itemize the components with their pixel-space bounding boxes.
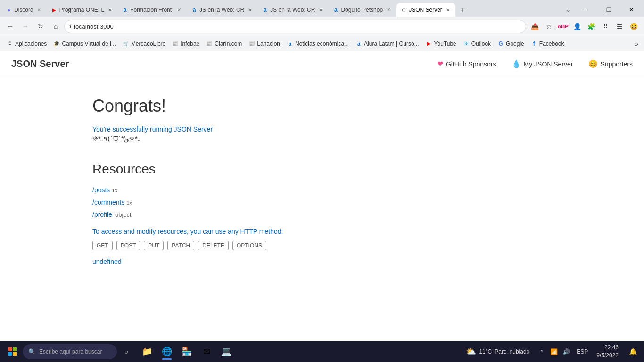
extensions-icon[interactable]: 🧩 [585, 20, 598, 33]
taskbar-microsoft-store[interactable]: 🏪 [177, 342, 196, 361]
alura-favicon-tab4: a [332, 7, 339, 13]
menu-icon[interactable]: ⠿ [599, 20, 612, 33]
tab-discord-label: Discord [14, 7, 33, 13]
tab-js-web-2-close[interactable]: ✕ [317, 6, 324, 14]
bookmark-noticias[interactable]: a Noticias económica... [284, 39, 352, 49]
posts-link[interactable]: /posts [92, 186, 110, 194]
taskbar-file-explorer[interactable]: 📁 [138, 342, 157, 361]
mercadolibre-favicon: 🛒 [123, 41, 129, 47]
noticias-favicon: a [287, 41, 293, 47]
navigation-bar: ← → ↻ ⌂ ℹ localhost:3000 📤 ☆ ABP 👤 🧩 ⠿ ☰… [0, 17, 644, 36]
settings-icon[interactable]: ☰ [613, 20, 626, 33]
cortana-button[interactable]: ○ [119, 344, 134, 359]
comments-link[interactable]: /comments [92, 198, 124, 206]
success-text: You're successfully running JSON Server [92, 125, 552, 133]
vscode-icon: 💻 [221, 346, 231, 357]
bookmark-google[interactable]: G Google [495, 39, 527, 49]
address-bar[interactable]: ℹ localhost:3000 [64, 20, 526, 33]
profile-icon[interactable]: 👤 [570, 20, 584, 33]
bookmark-campus-virtual-label: Campus Virtual de l... [62, 41, 116, 47]
tab-doguito-label: Doguito Petshop [341, 7, 383, 13]
taskbar-date-display: 9/5/2022 [596, 352, 619, 360]
supporters-link[interactable]: 😊 Supporters [588, 59, 633, 68]
tab-js-web-1-close[interactable]: ✕ [246, 6, 254, 14]
tab-json-server-label: JSON Server [409, 7, 442, 13]
github-sponsors-link[interactable]: ❤ GitHub Sponsors [437, 59, 496, 68]
bookmarks-more-button[interactable]: » [633, 39, 640, 49]
bookmark-mercadolibre[interactable]: 🛒 MercadoLibre [120, 39, 168, 49]
taskbar-search-box[interactable]: 🔍 Escribe aquí para buscar [23, 344, 117, 359]
alura-favicon-tab3: a [262, 7, 268, 13]
clarin-favicon: 📰 [206, 41, 213, 47]
emoji-icon[interactable]: 😀 [627, 20, 640, 33]
tab-programa-one-close[interactable]: ✕ [106, 6, 114, 14]
bookmark-aplicaciones[interactable]: ⠿ Aplicaciones [4, 39, 50, 49]
http-info-text: To access and modify resources, you can … [92, 228, 240, 235]
tab-doguito-close[interactable]: ✕ [385, 6, 392, 14]
maximize-button[interactable]: ❐ [598, 3, 619, 17]
tab-formacion-front-label: Formación Front- [130, 7, 173, 13]
bookmark-facebook[interactable]: f Facebook [528, 39, 567, 49]
system-tray: ^ 📶 🔊 [536, 345, 572, 358]
minimize-button[interactable]: ─ [575, 3, 597, 17]
home-button[interactable]: ⌂ [49, 20, 62, 33]
bookmark-infobae[interactable]: 📰 Infobae [169, 39, 202, 49]
taskbar: 🔍 Escribe aquí para buscar ○ 📁 🌐 🏪 ✉ 💻 ⛅… [0, 341, 644, 362]
youtube-favicon-bm: ▶ [426, 41, 432, 47]
language-indicator[interactable]: ESP [575, 348, 590, 355]
taskbar-search-placeholder: Escribe aquí para buscar [39, 348, 102, 355]
bookmark-youtube-label: YouTube [434, 41, 456, 47]
weather-icon: ⛅ [466, 346, 476, 357]
tab-formacion-close[interactable]: ✕ [175, 6, 183, 14]
bookmark-outlook[interactable]: 📧 Outlook [460, 39, 494, 49]
bookmark-alura[interactable]: a Alura Latam | Curso... [353, 39, 422, 49]
bookmark-google-label: Google [506, 41, 524, 47]
bookmark-star-icon[interactable]: ☆ [542, 20, 555, 33]
bookmark-campus-virtual[interactable]: 🎓 Campus Virtual de l... [50, 39, 119, 49]
tray-expand-icon[interactable]: ^ [536, 345, 547, 358]
adblock-icon[interactable]: ABP [556, 20, 570, 33]
new-tab-button[interactable]: + [456, 4, 469, 17]
bookmark-aplicaciones-label: Aplicaciones [15, 41, 47, 47]
header-links: ❤ GitHub Sponsors 💧 My JSON Server 😊 Sup… [437, 59, 633, 68]
tab-js-web-1[interactable]: a JS en la Web: CR ✕ [187, 3, 257, 17]
taskbar-mail[interactable]: ✉ [197, 342, 216, 361]
close-button[interactable]: ✕ [620, 3, 642, 17]
tab-discord[interactable]: ● Discord ✕ [2, 3, 47, 17]
my-json-server-link[interactable]: 💧 My JSON Server [512, 59, 573, 68]
weather-description: Parc. nublado [495, 348, 529, 355]
tab-discord-close[interactable]: ✕ [35, 6, 43, 14]
bookmark-youtube[interactable]: ▶ YouTube [423, 39, 459, 49]
start-button[interactable] [4, 343, 21, 360]
tab-json-server-close[interactable]: ✕ [444, 6, 452, 14]
alura-favicon-bm: a [355, 41, 362, 47]
weather-widget[interactable]: ⛅ 11°C Parc. nublado [462, 346, 533, 357]
chrome-active-indicator [162, 358, 172, 360]
bookmark-lanacion[interactable]: 📰 Lanacion [246, 39, 283, 49]
bookmarks-bar: ⠿ Aplicaciones 🎓 Campus Virtual de l... … [0, 36, 644, 51]
undefined-text: undefined [92, 258, 552, 265]
notification-icon: 🔔 [629, 348, 637, 355]
taskbar-vscode[interactable]: 💻 [217, 342, 236, 361]
taskbar-clock[interactable]: 22:46 9/5/2022 [593, 344, 622, 360]
tab-js-web-2[interactable]: a JS en la Web: CR ✕ [258, 3, 328, 17]
tab-programa-one-label: Programa ONE: L [59, 7, 104, 13]
tab-json-server[interactable]: ⚙ JSON Server ✕ [396, 3, 455, 17]
network-icon[interactable]: 📶 [548, 345, 560, 358]
tab-programa-one[interactable]: ▶ Programa ONE: L ✕ [47, 3, 117, 17]
volume-icon[interactable]: 🔊 [561, 345, 572, 358]
tab-doguito[interactable]: a Doguito Petshop ✕ [329, 3, 396, 17]
bookmark-clarin[interactable]: 📰 Clarín.com [203, 39, 245, 49]
back-button[interactable]: ← [4, 20, 17, 33]
profile-link[interactable]: /profile [92, 211, 112, 218]
tab-formacion-front[interactable]: a Formación Front- ✕ [118, 3, 187, 17]
badge-get: GET [92, 241, 113, 250]
taskbar-chrome[interactable]: 🌐 [157, 342, 176, 361]
http-info: To access and modify resources, you can … [92, 228, 552, 235]
tab-menu-button[interactable]: ⌄ [562, 4, 574, 16]
forward-button[interactable]: → [19, 20, 32, 33]
cast-icon[interactable]: 📤 [528, 20, 541, 33]
notification-center-button[interactable]: 🔔 [625, 344, 640, 359]
cortana-icon: ○ [124, 348, 128, 355]
reload-button[interactable]: ↻ [34, 20, 47, 33]
